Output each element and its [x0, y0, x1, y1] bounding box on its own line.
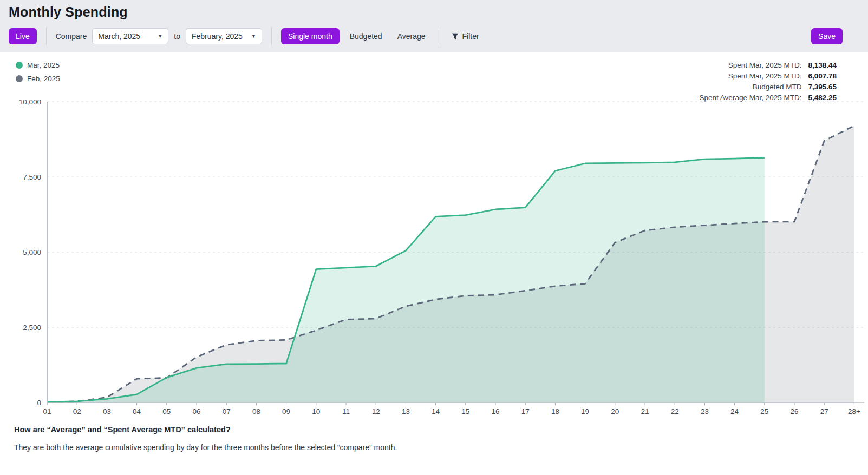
explanation-question: How are “Average” and “Spent Average MTD… — [14, 425, 868, 434]
y-axis-tick-label: 5,000 — [23, 248, 41, 256]
x-axis-tick-label: 08 — [252, 407, 260, 415]
x-axis-tick-label: 09 — [282, 407, 290, 415]
chart-meta-row: Mar, 2025Feb, 2025 Spent Mar, 2025 MTD:8… — [0, 52, 868, 97]
legend-item[interactable]: Mar, 2025 — [16, 61, 60, 69]
filter-label: Filter — [462, 32, 479, 41]
stat-label: Spent Average Mar, 2025 MTD: — [700, 94, 802, 102]
x-axis-tick-label: 15 — [461, 407, 469, 415]
funnel-filter-icon — [452, 33, 459, 40]
to-label: to — [174, 32, 180, 41]
x-axis-tick-label: 23 — [701, 407, 709, 415]
stat-value: 6,007.78 — [808, 72, 837, 80]
x-axis-tick-label: 20 — [611, 407, 619, 415]
x-axis-tick-label: 12 — [372, 407, 380, 415]
toolbar-divider — [440, 28, 440, 45]
save-button[interactable]: Save — [811, 28, 843, 44]
main-content: Mar, 2025Feb, 2025 Spent Mar, 2025 MTD:8… — [0, 52, 868, 452]
y-axis-tick-label: 10,000 — [19, 98, 41, 106]
x-axis-tick-label: 22 — [671, 407, 679, 415]
x-axis-tick-label: 03 — [103, 407, 111, 415]
live-button[interactable]: Live — [9, 28, 37, 44]
explanation-footer: How are “Average” and “Spent Average MTD… — [0, 422, 868, 452]
explanation-answer: They are both the average cumulative spe… — [14, 443, 868, 452]
x-axis-tick-label: 18 — [551, 407, 559, 415]
x-axis-tick-label: 17 — [521, 407, 530, 415]
x-axis-tick-label: 14 — [432, 407, 440, 415]
spending-chart[interactable]: 02,5005,0007,50010,000010203040506070809… — [0, 97, 868, 422]
toolbar: Live Compare March, 2025 ▼ to February, … — [9, 28, 859, 45]
x-axis-tick-label: 24 — [730, 407, 739, 415]
stat-value: 7,395.65 — [808, 83, 837, 91]
compare-from-value: March, 2025 — [98, 32, 140, 41]
legend-item[interactable]: Feb, 2025 — [16, 75, 60, 83]
filter-button[interactable]: Filter — [449, 29, 481, 44]
compare-to-select[interactable]: February, 2025 ▼ — [186, 28, 262, 44]
x-axis-tick-label: 01 — [43, 407, 51, 415]
chevron-down-icon: ▼ — [158, 34, 162, 39]
chart-legend: Mar, 2025Feb, 2025 — [16, 61, 60, 88]
legend-dot-icon — [16, 75, 23, 82]
compare-label: Compare — [56, 32, 87, 41]
stat-label: Spent Mar, 2025 MTD: — [700, 72, 802, 80]
x-axis-tick-label: 10 — [312, 407, 320, 415]
x-axis-tick-label: 21 — [641, 407, 649, 415]
x-axis-tick-label: 07 — [223, 407, 231, 415]
x-axis-tick-label: 26 — [790, 407, 798, 415]
x-axis-tick-label: 13 — [402, 407, 410, 415]
legend-label: Feb, 2025 — [27, 75, 60, 83]
x-axis-tick-label: 25 — [760, 407, 768, 415]
legend-dot-icon — [16, 62, 23, 69]
x-axis-tick-label: 06 — [192, 407, 200, 415]
mtd-stats: Spent Mar, 2025 MTD:8,138.44Spent Mar, 2… — [700, 61, 837, 102]
y-axis-tick-label: 0 — [37, 399, 41, 407]
average-button[interactable]: Average — [393, 29, 430, 44]
stat-label: Spent Mar, 2025 MTD: — [700, 61, 802, 69]
y-axis-tick-label: 7,500 — [23, 173, 41, 181]
toolbar-divider — [271, 28, 272, 45]
budgeted-button[interactable]: Budgeted — [345, 29, 387, 44]
stat-value: 5,482.25 — [808, 94, 837, 102]
legend-label: Mar, 2025 — [27, 61, 60, 69]
page-title: Monthly Spending — [9, 3, 859, 21]
stat-value: 8,138.44 — [808, 61, 837, 69]
x-axis-tick-label: 19 — [581, 407, 589, 415]
single-month-button[interactable]: Single month — [281, 28, 340, 44]
x-axis-tick-label: 04 — [133, 407, 141, 415]
y-axis-tick-label: 2,500 — [23, 324, 41, 332]
toolbar-divider — [46, 28, 47, 45]
header: Monthly Spending Live Compare March, 202… — [0, 0, 868, 52]
chevron-down-icon: ▼ — [251, 34, 256, 39]
compare-from-select[interactable]: March, 2025 ▼ — [92, 28, 168, 44]
stat-label: Budgeted MTD — [700, 83, 802, 91]
x-axis-tick-label: 27 — [820, 407, 828, 415]
x-axis-tick-label: 05 — [162, 407, 171, 415]
x-axis-tick-label: 02 — [73, 407, 81, 415]
x-axis-tick-label: 16 — [491, 407, 499, 415]
series-area-mar-2025 — [47, 158, 765, 403]
compare-to-value: February, 2025 — [192, 32, 243, 41]
x-axis-tick-label: 28+ — [848, 407, 860, 415]
x-axis-tick-label: 11 — [342, 407, 350, 415]
